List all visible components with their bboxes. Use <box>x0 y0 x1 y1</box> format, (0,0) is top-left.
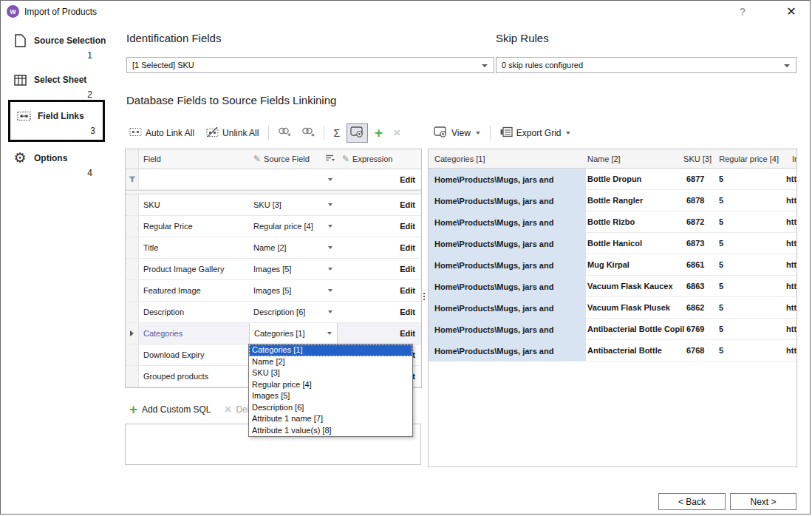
export-grid-button[interactable]: Export Grid <box>496 123 576 143</box>
export-grid-icon <box>500 126 513 140</box>
column-header[interactable]: Regular price [4] <box>714 155 783 163</box>
step-number: 2 <box>13 89 95 100</box>
table-row[interactable]: Home\Products\Mugs, jars and Vacuum Flas… <box>429 276 796 297</box>
add-custom-sql-button[interactable]: Add Custom SQL <box>142 404 211 415</box>
field-cell[interactable]: Featured Image <box>139 280 249 301</box>
source-cell[interactable]: Images [5] <box>249 280 338 301</box>
view-eye-icon <box>434 126 448 140</box>
source-cell[interactable]: Name [2] <box>249 237 338 258</box>
field-cell[interactable]: Title <box>139 237 249 258</box>
identification-fields-value: [1 Selected] SKU <box>132 61 194 69</box>
preview-eye-icon <box>350 126 364 140</box>
source-cell[interactable]: Images [5] <box>249 259 338 279</box>
table-row[interactable]: Home\Products\Mugs, jars and Antibacteri… <box>429 319 796 340</box>
import-products-dialog: W Import of Products ? ✕ Source Selectio… <box>0 0 811 515</box>
table-row[interactable]: Featured Image Images [5] Edit <box>126 280 421 302</box>
sidebar-item-label: Source Selection <box>34 35 106 46</box>
unlink-icon <box>206 127 219 140</box>
auto-link-all-button[interactable]: Auto Link All <box>125 124 199 142</box>
preview-toggle-button[interactable] <box>347 123 368 143</box>
sidebar-item-source-selection[interactable]: Source Selection 1 <box>13 33 95 61</box>
field-cell[interactable]: Grouped products <box>139 366 249 387</box>
source-cell[interactable]: SKU [3] <box>249 194 338 215</box>
column-header-expression[interactable]: ✎ Expression <box>338 149 421 169</box>
table-row[interactable]: Title Name [2] Edit <box>126 237 421 259</box>
field-cell[interactable]: Regular Price <box>139 216 249 237</box>
dropdown-item[interactable]: Categories [1] <box>249 344 412 356</box>
sidebar-item-options[interactable]: ⚙ Options 4 <box>13 151 95 178</box>
dropdown-item[interactable]: Regular price [4] <box>249 379 412 391</box>
column-header-source-field[interactable]: ✎ Source Field <box>249 149 338 169</box>
sidebar-item-field-links[interactable]: Field Links 3 <box>8 100 105 142</box>
plus-icon: + <box>129 404 137 415</box>
expression-cell[interactable]: Edit <box>338 323 421 344</box>
source-cell[interactable]: Description [6] <box>249 302 338 322</box>
column-header[interactable]: Name [2] <box>586 155 685 163</box>
table-row[interactable]: Home\Products\Mugs, jars and Bottle Rizb… <box>429 211 796 233</box>
link-plus-icon: + <box>278 126 291 140</box>
chevron-down-icon <box>482 64 488 67</box>
delete-row-button[interactable]: × <box>389 124 404 142</box>
next-button[interactable]: Next > <box>730 493 796 510</box>
grid-splitter-handle[interactable] <box>422 287 426 306</box>
sidebar-item-label: Options <box>34 153 67 163</box>
column-header[interactable]: SKU [3] <box>685 155 714 163</box>
chevron-down-icon <box>328 203 332 206</box>
add-link-button[interactable]: + <box>274 123 295 143</box>
column-header[interactable]: Categories [1] <box>429 155 586 163</box>
close-icon[interactable]: ✕ <box>780 1 802 23</box>
expression-cell[interactable]: Edit <box>338 194 421 215</box>
table-row[interactable]: Home\Products\Mugs, jars and Vacuum Flas… <box>429 297 796 319</box>
toolbar-separator <box>268 126 269 140</box>
filter-icon[interactable] <box>126 169 139 189</box>
table-row[interactable]: Product Image Gallery Images [5] Edit <box>126 259 421 280</box>
table-row[interactable]: Regular Price Regular price [4] Edit <box>126 216 421 237</box>
table-row[interactable]: Home\Products\Mugs, jars and Bottle Hani… <box>429 233 796 254</box>
filter-source-cell[interactable] <box>249 169 338 189</box>
document-icon <box>13 33 27 48</box>
sidebar-item-select-sheet[interactable]: Select Sheet 2 <box>13 72 95 100</box>
dropdown-item[interactable]: SKU [3] <box>249 367 412 379</box>
filter-expression-cell[interactable]: Edit <box>338 169 421 189</box>
dropdown-item[interactable]: Description [6] <box>249 402 412 414</box>
filter-field-cell[interactable] <box>139 169 249 189</box>
source-field-dropdown-list: Categories [1] Name [2] SKU [3] Regular … <box>248 344 413 437</box>
expression-cell[interactable]: Edit <box>338 302 421 322</box>
source-combo-open[interactable]: Categories [1] <box>249 323 338 344</box>
expression-cell[interactable]: Edit <box>338 259 421 279</box>
add-row-button[interactable]: + <box>371 124 386 142</box>
dropdown-item[interactable]: Images [5] <box>249 390 412 402</box>
column-header[interactable]: Images [5] <box>783 155 796 163</box>
field-cell[interactable]: Categories <box>139 323 249 344</box>
table-row[interactable]: Home\Products\Mugs, jars and Bottle Rang… <box>429 190 796 211</box>
table-row[interactable]: Home\Products\Mugs, jars and Mug Kirpal … <box>429 254 796 276</box>
field-cell[interactable]: Product Image Gallery <box>139 259 249 279</box>
field-cell[interactable]: SKU <box>139 194 249 215</box>
help-button[interactable]: ? <box>733 1 752 23</box>
dropdown-item[interactable]: Attribute 1 name [7] <box>249 413 412 425</box>
filter-row[interactable]: Edit <box>126 169 421 190</box>
source-cell[interactable]: Regular price [4] <box>249 216 338 237</box>
remove-link-button[interactable]: × <box>298 123 318 143</box>
identification-fields-dropdown[interactable]: [1 Selected] SKU <box>126 57 494 73</box>
field-cell[interactable]: Download Expiry <box>139 344 249 365</box>
skip-rules-dropdown[interactable]: 0 skip rules configured <box>496 57 796 73</box>
auto-link-all-label: Auto Link All <box>146 128 194 138</box>
table-row[interactable]: SKU SKU [3] Edit <box>126 194 421 216</box>
table-row-selected[interactable]: Categories Categories [1] Edit <box>126 323 421 344</box>
expression-cell[interactable]: Edit <box>338 280 421 301</box>
dropdown-item[interactable]: Attribute 1 value(s) [8] <box>249 425 412 437</box>
field-cell[interactable]: Description <box>139 302 249 322</box>
dropdown-item[interactable]: Name [2] <box>249 356 412 368</box>
table-row[interactable]: Home\Products\Mugs, jars and Antibacteri… <box>429 340 796 361</box>
column-header-field[interactable]: Field <box>139 149 249 169</box>
table-row[interactable]: Home\Products\Mugs, jars and Bottle Drop… <box>429 169 796 190</box>
view-button[interactable]: View <box>429 123 485 143</box>
sort-icon <box>326 155 335 163</box>
expression-cell[interactable]: Edit <box>338 216 421 237</box>
unlink-all-button[interactable]: Unlink All <box>202 124 263 143</box>
expression-sigma-button[interactable]: Σ <box>330 125 344 141</box>
expression-cell[interactable]: Edit <box>338 237 421 258</box>
table-row[interactable]: Description Description [6] Edit <box>126 302 421 323</box>
back-button[interactable]: < Back <box>658 493 726 510</box>
